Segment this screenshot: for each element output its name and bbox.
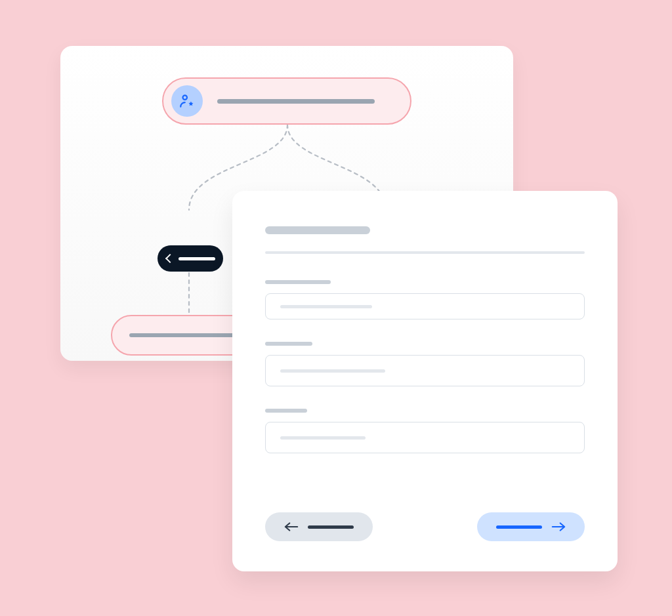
svg-point-0 — [183, 95, 188, 100]
field-label — [265, 342, 312, 346]
chevron-left-icon — [165, 253, 175, 262]
input-placeholder — [280, 369, 385, 373]
form-title — [265, 226, 370, 234]
trigger-label — [217, 99, 375, 104]
user-star-icon — [178, 92, 196, 110]
form-subtitle — [265, 251, 585, 254]
prev-button[interactable] — [265, 512, 373, 541]
next-button[interactable] — [477, 512, 585, 541]
form-field-2 — [265, 342, 585, 386]
field-label — [265, 280, 331, 284]
control-node[interactable] — [158, 245, 223, 272]
form-nav — [265, 489, 585, 545]
control-label — [178, 257, 215, 260]
form-field-3 — [265, 409, 585, 453]
text-input[interactable] — [265, 355, 585, 386]
next-label — [496, 525, 542, 529]
arrow-right-icon — [551, 522, 566, 532]
prev-label — [308, 525, 354, 529]
arrow-left-icon — [284, 522, 299, 532]
form-card — [232, 191, 618, 571]
trigger-node[interactable] — [162, 77, 411, 125]
text-input[interactable] — [265, 422, 585, 453]
input-placeholder — [280, 436, 366, 440]
trigger-icon-circle — [171, 85, 203, 117]
field-label — [265, 409, 307, 413]
input-placeholder — [280, 305, 372, 308]
text-input[interactable] — [265, 293, 585, 319]
form-field-1 — [265, 280, 585, 319]
